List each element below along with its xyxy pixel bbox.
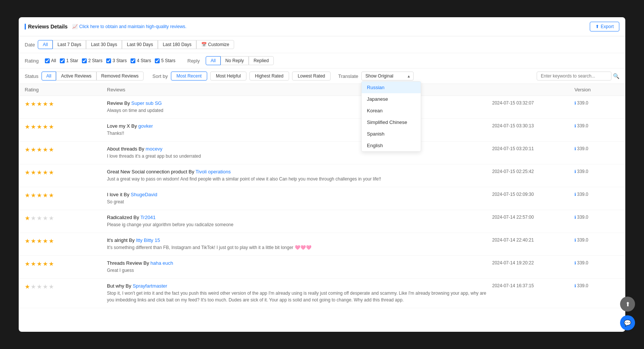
- date-7days-button[interactable]: Last 7 Days: [53, 40, 86, 49]
- review-author-link[interactable]: Itty Bitty 15: [136, 237, 160, 243]
- translate-label: Translate: [338, 73, 358, 79]
- sort-recent-button[interactable]: Most Recent: [171, 72, 207, 81]
- review-body: I love threads it's a great app but so u…: [107, 153, 492, 160]
- search-button[interactable]: 🔍: [613, 73, 619, 79]
- reply-noreply-button[interactable]: No Reply: [221, 56, 249, 65]
- quality-reviews-link[interactable]: 📈 Click here to obtain and maintain high…: [72, 24, 187, 29]
- rating-checkboxes: All 1 Star 2 Stars 3 Stars 4 Stars 5 Sta…: [45, 58, 175, 63]
- table-row: ★★★★★ Review By Super sub SG Always on t…: [19, 96, 625, 119]
- rating-2stars-checkbox[interactable]: 2 Stars: [82, 58, 102, 63]
- review-body: Great I guess: [107, 267, 492, 274]
- page-title: Reviews Details: [25, 24, 68, 30]
- sort-helpful-button[interactable]: Most Helpful: [210, 72, 246, 81]
- status-all-button[interactable]: All: [42, 72, 56, 81]
- col-date: [492, 87, 574, 92]
- rating-all-checkbox[interactable]: All: [45, 58, 56, 63]
- translate-select[interactable]: Show Original Russian Japanese Korean Si…: [361, 72, 414, 81]
- review-date: 2024-07-15 02:09:30: [492, 192, 574, 197]
- review-title: I love it By ShugeDavid: [107, 192, 492, 197]
- status-filter-group: All Active Reviews Removed Reviews: [42, 72, 144, 81]
- date-90days-button[interactable]: Last 90 Days: [122, 40, 158, 49]
- star-rating: ★★★★★: [25, 260, 107, 267]
- review-date: 2024-07-15 02:25:42: [492, 169, 574, 174]
- review-author-link[interactable]: Tr2041: [140, 215, 156, 220]
- review-author-link[interactable]: ShugeDavid: [131, 192, 157, 197]
- star-rating: ★★★★★: [25, 192, 107, 199]
- star-rating: ★★★★★: [25, 146, 107, 153]
- rating-5stars-checkbox[interactable]: 5 Stars: [155, 58, 175, 63]
- date-30days-button[interactable]: Last 30 Days: [86, 40, 122, 49]
- reply-filter-group: All No Reply Replied: [206, 56, 273, 65]
- review-title: Great New Social connection product By T…: [107, 169, 492, 174]
- review-body: Just a great way to pass on wisdom! And …: [107, 176, 492, 182]
- star-rating: ★★★★★: [25, 169, 107, 176]
- dropdown-simplified-chinese[interactable]: Simplified Chinese: [362, 116, 421, 128]
- star-rating: ★★★★★: [25, 100, 107, 107]
- star-rating: ★★★★★: [25, 215, 107, 222]
- review-body: Always on time and updated: [107, 107, 492, 114]
- version-icon: ℹ: [574, 169, 576, 174]
- review-version: ℹ 339.0: [574, 123, 619, 128]
- reply-all-button[interactable]: All: [206, 56, 220, 65]
- review-version: ℹ 339.0: [574, 283, 619, 288]
- translate-dropdown-wrapper[interactable]: Show Original Russian Japanese Korean Si…: [361, 72, 414, 81]
- review-author-link[interactable]: govker: [138, 123, 153, 129]
- review-date: 2024-07-14 22:57:00: [492, 215, 574, 220]
- review-version: ℹ 339.0: [574, 237, 619, 243]
- review-version: ℹ 339.0: [574, 100, 619, 106]
- review-date: 2024-07-14 22:40:21: [492, 237, 574, 243]
- review-author-link[interactable]: haha euch: [150, 260, 173, 266]
- review-title: Threads Review By haha euch: [107, 260, 492, 266]
- dropdown-korean[interactable]: Korean: [362, 105, 421, 116]
- review-title: It's alright By Itty Bitty 15: [107, 237, 492, 243]
- review-date: 2024-07-15 03:32:07: [492, 100, 574, 106]
- table-row: ★★★★★ I love it By ShugeDavid So great 2…: [19, 187, 625, 210]
- status-label: Status: [25, 73, 39, 79]
- review-body: It's something different than FB, Instag…: [107, 244, 492, 251]
- rating-4stars-checkbox[interactable]: 4 Stars: [131, 58, 151, 63]
- chat-fab[interactable]: 💬: [620, 315, 635, 330]
- review-title: Love my X By govker: [107, 123, 492, 129]
- version-icon: ℹ: [574, 124, 576, 128]
- table-row: ★★★★★ Love my X By govker Thanks!! 2024-…: [19, 119, 625, 142]
- review-author-link[interactable]: Sprayfartmaster: [133, 283, 167, 289]
- col-reviews: Reviews: [107, 87, 492, 92]
- status-removed-button[interactable]: Removed Reviews: [96, 72, 144, 81]
- version-icon: ℹ: [574, 261, 576, 265]
- sortby-label: Sort by: [153, 73, 168, 79]
- review-version: ℹ 339.0: [574, 169, 619, 174]
- rating-3stars-checkbox[interactable]: 3 Stars: [106, 58, 127, 63]
- search-input[interactable]: [537, 72, 611, 81]
- reply-replied-button[interactable]: Replied: [249, 56, 274, 65]
- date-customize-button[interactable]: 📅 Customize: [196, 40, 234, 49]
- review-author-link[interactable]: Super sub SG: [131, 100, 162, 106]
- review-body: So great: [107, 198, 492, 205]
- dropdown-russian[interactable]: Russian: [362, 82, 421, 93]
- status-active-button[interactable]: Active Reviews: [56, 72, 96, 81]
- translate-dropdown: Russian Japanese Korean Simplified Chine…: [361, 81, 421, 152]
- sort-highest-button[interactable]: Highest Rated: [249, 72, 289, 81]
- review-title: But why By Sprayfartmaster: [107, 283, 492, 289]
- star-rating: ★★★★★: [25, 237, 107, 245]
- date-all-button[interactable]: All: [38, 40, 52, 49]
- review-title: Review By Super sub SG: [107, 100, 492, 106]
- col-rating: Rating: [25, 87, 107, 92]
- review-version: ℹ 339.0: [574, 192, 619, 197]
- sort-lowest-button[interactable]: Lowest Rated: [292, 72, 331, 81]
- dropdown-japanese[interactable]: Japanese: [362, 93, 421, 105]
- dropdown-english[interactable]: English: [362, 140, 421, 151]
- date-180days-button[interactable]: Last 180 Days: [158, 40, 196, 49]
- col-version: Version: [574, 87, 619, 92]
- scroll-up-fab[interactable]: ⬆: [620, 297, 635, 312]
- dropdown-spanish[interactable]: Spanish: [362, 128, 421, 140]
- review-author-link[interactable]: Tivoli operations: [196, 169, 231, 174]
- review-body: Thanks!!: [107, 130, 492, 137]
- date-label: Date: [25, 42, 35, 48]
- export-button[interactable]: ⬆ Export: [590, 22, 619, 31]
- version-icon: ℹ: [574, 215, 576, 220]
- table-row: ★★★★★ Radicalized By Tr2041 Please ig ch…: [19, 210, 625, 233]
- rating-1star-checkbox[interactable]: 1 Star: [60, 58, 78, 63]
- review-version: ℹ 339.0: [574, 146, 619, 151]
- review-author-link[interactable]: mocevy: [145, 146, 162, 152]
- table-row: ★★★★★ But why By Sprayfartmaster Stop it…: [19, 279, 625, 308]
